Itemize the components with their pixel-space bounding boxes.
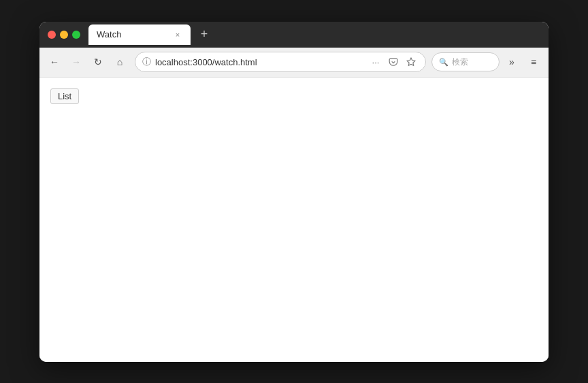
nav-bar: ← → ↻ ⌂ ⓘ localhost:3000/watch.html ···: [39, 48, 549, 78]
maximize-traffic-light[interactable]: [72, 31, 80, 39]
address-text: localhost:3000/watch.html: [155, 57, 364, 67]
pocket-button[interactable]: [386, 54, 401, 69]
forward-icon: →: [71, 56, 81, 67]
search-placeholder-text: 検索: [452, 56, 468, 68]
home-icon: ⌂: [117, 56, 122, 67]
reload-button[interactable]: ↻: [88, 52, 108, 71]
back-button[interactable]: ←: [45, 52, 64, 71]
active-tab[interactable]: Watch ×: [88, 24, 191, 45]
extensions-button[interactable]: »: [502, 52, 521, 71]
list-button[interactable]: List: [50, 88, 79, 104]
new-tab-button[interactable]: +: [195, 25, 214, 44]
extensions-icon: »: [509, 56, 514, 67]
tab-title: Watch: [97, 29, 121, 39]
menu-button[interactable]: ≡: [524, 52, 543, 71]
svg-marker-0: [407, 58, 415, 65]
back-icon: ←: [50, 56, 59, 67]
search-bar[interactable]: 🔍 検索: [431, 52, 500, 71]
bookmark-button[interactable]: [404, 54, 419, 69]
star-icon: [406, 57, 416, 67]
tab-close-button[interactable]: ×: [173, 30, 182, 39]
page-content: List: [39, 78, 549, 362]
more-address-button[interactable]: ···: [368, 54, 383, 69]
traffic-lights: [48, 31, 80, 39]
address-actions: ···: [368, 54, 419, 69]
minimize-traffic-light[interactable]: [60, 31, 68, 39]
menu-icon: ≡: [531, 56, 536, 67]
home-button[interactable]: ⌂: [110, 52, 129, 71]
title-bar: Watch × +: [39, 22, 549, 48]
address-bar[interactable]: ⓘ localhost:3000/watch.html ···: [135, 52, 426, 72]
info-icon: ⓘ: [142, 56, 151, 68]
tab-bar: Watch × +: [88, 24, 540, 45]
forward-button[interactable]: →: [67, 52, 86, 71]
search-icon: 🔍: [439, 58, 448, 67]
close-traffic-light[interactable]: [48, 31, 56, 39]
browser-window: Watch × + ← → ↻ ⌂ ⓘ localhost:3000/watch…: [39, 22, 549, 362]
reload-icon: ↻: [94, 56, 102, 67]
pocket-icon: [389, 57, 398, 67]
